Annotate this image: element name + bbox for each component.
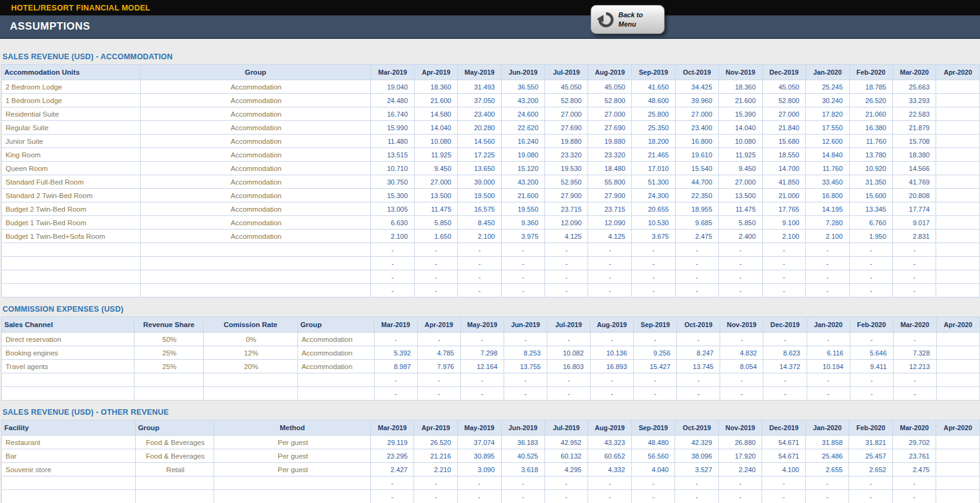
value-cell[interactable]: - (417, 373, 460, 387)
back-to-menu-button[interactable]: Back to Menu (591, 5, 665, 34)
value-cell[interactable]: - (805, 476, 849, 490)
row-label-cell[interactable] (2, 476, 136, 490)
value-cell[interactable]: 7.298 (460, 346, 504, 360)
value-cell[interactable]: 7.280 (806, 216, 849, 230)
month-header[interactable]: Feb-2020 (850, 317, 893, 333)
month-header[interactable]: Nov-2019 (720, 317, 763, 333)
value-cell[interactable]: 13.515 (371, 148, 414, 162)
value-cell[interactable] (936, 94, 980, 107)
row-label-cell[interactable]: Travel agents (2, 360, 135, 373)
row-attribute-cell[interactable]: 12% (204, 346, 297, 360)
value-cell[interactable]: 23.295 (370, 449, 414, 463)
value-cell[interactable]: 2.100 (762, 230, 806, 243)
value-cell[interactable]: 24.600 (501, 107, 544, 121)
value-cell[interactable]: 10.920 (849, 162, 892, 175)
value-cell[interactable]: 29.702 (892, 436, 936, 449)
month-header[interactable]: May-2019 (457, 420, 501, 436)
value-cell[interactable]: - (590, 387, 633, 401)
value-cell[interactable]: 54.671 (762, 449, 806, 463)
row-label-cell[interactable] (2, 257, 141, 270)
value-cell[interactable]: - (763, 333, 807, 346)
row-label-cell[interactable]: Junior Suite (2, 135, 141, 148)
value-cell[interactable]: - (547, 373, 591, 387)
value-cell[interactable]: - (501, 476, 545, 490)
value-cell[interactable] (936, 202, 980, 216)
value-cell[interactable]: 16.240 (501, 135, 544, 148)
month-header[interactable]: Jan-2020 (805, 420, 849, 436)
value-cell[interactable]: - (545, 284, 588, 297)
month-header[interactable]: Apr-2020 (936, 420, 980, 436)
value-cell[interactable]: 10.080 (414, 135, 457, 148)
value-cell[interactable] (936, 216, 980, 230)
value-cell[interactable]: 17.550 (806, 121, 849, 135)
value-cell[interactable]: 2.400 (719, 230, 763, 243)
month-header[interactable]: Sep-2019 (632, 65, 676, 80)
value-cell[interactable] (936, 135, 980, 148)
value-cell[interactable]: - (850, 373, 893, 387)
value-cell[interactable]: - (371, 257, 414, 270)
value-cell[interactable]: 4.785 (417, 346, 460, 360)
value-cell[interactable]: 2.210 (414, 463, 457, 476)
value-cell[interactable]: 42.952 (545, 436, 588, 449)
value-cell[interactable]: 6.116 (807, 346, 850, 360)
value-cell[interactable] (936, 449, 980, 463)
value-cell[interactable]: - (414, 257, 457, 270)
value-cell[interactable] (936, 230, 980, 243)
value-cell[interactable]: 13.345 (849, 202, 892, 216)
value-cell[interactable]: 29.119 (370, 436, 414, 449)
column-header[interactable]: Sales Channel (2, 317, 135, 333)
value-cell[interactable]: - (590, 333, 633, 346)
value-cell[interactable]: - (457, 476, 501, 490)
value-cell[interactable]: 2.655 (805, 463, 849, 476)
value-cell[interactable]: - (371, 270, 414, 284)
value-cell[interactable]: - (720, 373, 763, 387)
column-header[interactable]: Facility (2, 420, 136, 436)
value-cell[interactable]: - (849, 284, 892, 297)
value-cell[interactable]: 1.950 (849, 230, 892, 243)
value-cell[interactable]: 14.195 (806, 202, 849, 216)
value-cell[interactable]: 19.040 (371, 80, 414, 94)
column-header[interactable]: Method (214, 420, 370, 436)
value-cell[interactable]: 15.990 (371, 121, 414, 135)
value-cell[interactable]: 5.392 (374, 346, 417, 360)
value-cell[interactable]: - (414, 490, 457, 503)
value-cell[interactable]: 41.850 (762, 175, 806, 189)
row-attribute-cell[interactable]: Accommodation (140, 162, 371, 175)
value-cell[interactable]: - (545, 476, 588, 490)
value-cell[interactable]: 2.427 (370, 463, 414, 476)
value-cell[interactable]: - (545, 270, 588, 284)
value-cell[interactable]: 8.987 (374, 360, 417, 373)
value-cell[interactable]: - (807, 387, 850, 401)
value-cell[interactable]: - (850, 333, 893, 346)
month-header[interactable]: Aug-2019 (588, 420, 632, 436)
value-cell[interactable]: - (893, 270, 936, 284)
value-cell[interactable]: 15.540 (675, 162, 718, 175)
row-label-cell[interactable] (214, 490, 370, 503)
value-cell[interactable]: 36.550 (501, 80, 544, 94)
row-label-cell[interactable]: Standard 2 Twin-Bed Room (2, 189, 141, 202)
column-header[interactable]: Comission Rate (204, 317, 297, 333)
value-cell[interactable]: - (414, 476, 457, 490)
month-header[interactable]: Apr-2019 (414, 420, 457, 436)
value-cell[interactable]: - (807, 373, 850, 387)
value-cell[interactable]: 21.600 (414, 94, 457, 107)
row-label-cell[interactable] (297, 387, 374, 401)
value-cell[interactable]: 23.320 (588, 148, 632, 162)
value-cell[interactable]: 22.620 (501, 121, 544, 135)
value-cell[interactable]: 9.450 (719, 162, 763, 175)
month-header[interactable]: Oct-2019 (675, 65, 718, 80)
value-cell[interactable]: - (632, 270, 676, 284)
value-cell[interactable]: 24.480 (371, 94, 414, 107)
column-header[interactable]: Revenue Share (134, 317, 203, 333)
value-cell[interactable]: 13.755 (504, 360, 547, 373)
value-cell[interactable]: 8.450 (458, 216, 502, 230)
value-cell[interactable]: 37.074 (457, 436, 501, 449)
row-label-cell[interactable] (140, 270, 371, 284)
value-cell[interactable]: 13.780 (849, 148, 892, 162)
value-cell[interactable]: 11.925 (414, 148, 457, 162)
value-cell[interactable]: - (371, 284, 414, 297)
value-cell[interactable]: 20.655 (632, 202, 676, 216)
value-cell[interactable]: 7.976 (417, 360, 460, 373)
row-attribute-cell[interactable]: Retail (135, 463, 214, 476)
row-label-cell[interactable]: King Room (2, 148, 141, 162)
